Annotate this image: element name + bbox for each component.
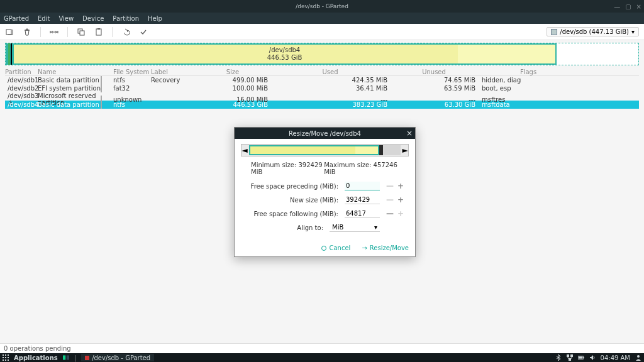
- cell-used: 36.41 MiB: [270, 85, 390, 92]
- window-minimize-button[interactable]: —: [614, 3, 620, 10]
- copy-icon[interactable]: [77, 28, 86, 36]
- menu-gparted[interactable]: GParted: [4, 15, 29, 22]
- statusbar: 0 operations pending: [0, 343, 644, 353]
- align-label: Align to:: [241, 224, 323, 231]
- cell-partition: /dev/sdb2: [5, 85, 38, 92]
- min-size-label: Minimum size: 392429 MiB: [251, 162, 324, 175]
- cell-name: Basic data partition: [38, 77, 101, 84]
- resize-move-dialog: Resize/Move /dev/sdb4 × ◄ ► Minimum size…: [234, 127, 416, 257]
- diskmap-sdb4[interactable]: /dev/sdb4 446.53 GiB: [13, 43, 557, 65]
- svg-rect-18: [569, 358, 571, 361]
- applications-menu[interactable]: Applications: [14, 354, 58, 361]
- diskmap-partition-size: 446.53 GiB: [267, 54, 303, 62]
- align-value: MiB: [332, 224, 343, 231]
- cell-size: 499.00 MiB: [195, 77, 270, 84]
- cancel-icon: [321, 246, 326, 251]
- svg-rect-12: [5, 359, 6, 361]
- slider-empty[interactable]: [383, 145, 401, 155]
- preceding-decrement[interactable]: —: [386, 182, 394, 190]
- user-menu-icon[interactable]: [635, 354, 641, 361]
- slider-right-arrow[interactable]: ►: [402, 146, 408, 155]
- menu-view[interactable]: View: [58, 15, 74, 22]
- col-filesystem[interactable]: File System: [113, 69, 151, 75]
- slider-left-arrow[interactable]: ◄: [242, 146, 248, 155]
- delete-icon[interactable]: [23, 28, 31, 36]
- svg-point-22: [637, 355, 640, 358]
- device-selector[interactable]: /dev/sdb (447.13 GiB) ▾: [547, 27, 639, 36]
- cell-used: 424.35 MiB: [270, 77, 390, 84]
- menu-partition[interactable]: Partition: [113, 15, 139, 22]
- col-size[interactable]: Size: [195, 69, 270, 75]
- cell-partition: /dev/sdb1: [5, 77, 38, 84]
- table-row[interactable]: /dev/sdb1Basic data partitionntfsRecover…: [5, 76, 639, 84]
- taskbar-task-gparted[interactable]: /dev/sdb - GParted: [81, 354, 154, 361]
- window-maximize-button[interactable]: ▢: [625, 3, 631, 10]
- chevron-down-icon: ▾: [631, 28, 635, 35]
- window-titlebar: /dev/sdb - GParted — ▢ ×: [0, 0, 644, 13]
- following-input[interactable]: 64817: [345, 209, 380, 218]
- cell-used: 383.23 GiB: [270, 101, 390, 108]
- volume-icon[interactable]: [589, 354, 596, 361]
- window-close-button[interactable]: ×: [636, 3, 641, 10]
- newsize-input[interactable]: 392429: [345, 195, 380, 204]
- disk-map[interactable]: /dev/sdb4 446.53 GiB: [5, 43, 639, 65]
- table-row[interactable]: /dev/sdb3 ⚠Microsoft reserved partitionu…: [5, 92, 639, 101]
- resize-icon[interactable]: [50, 28, 58, 36]
- svg-rect-14: [63, 355, 65, 359]
- diskmap-unallocated[interactable]: [557, 43, 638, 65]
- device-selector-label: /dev/sdb (447.13 GiB): [560, 28, 629, 35]
- workspace-switcher-icon[interactable]: [63, 354, 69, 361]
- paste-icon[interactable]: [94, 28, 103, 36]
- cell-unused: 63.59 MiB: [390, 85, 478, 92]
- apply-icon[interactable]: [139, 28, 148, 36]
- preceding-input[interactable]: 0: [345, 182, 380, 190]
- col-flags[interactable]: Flags: [478, 69, 579, 75]
- svg-rect-9: [5, 357, 6, 358]
- table-row[interactable]: /dev/sdb4Basic data partitionntfs446.53 …: [5, 101, 639, 109]
- menu-edit[interactable]: Edit: [38, 15, 50, 22]
- new-partition-icon[interactable]: [5, 28, 14, 36]
- svg-rect-4: [97, 28, 100, 30]
- cancel-button[interactable]: Cancel: [321, 244, 350, 251]
- menu-help[interactable]: Help: [148, 15, 162, 22]
- menu-device[interactable]: Device: [82, 15, 104, 22]
- resize-slider[interactable]: ◄ ►: [241, 144, 409, 156]
- svg-rect-10: [8, 357, 9, 358]
- col-name[interactable]: Name: [38, 69, 101, 75]
- following-decrement[interactable]: —: [386, 209, 394, 218]
- preceding-increment[interactable]: +: [397, 182, 404, 190]
- align-dropdown[interactable]: MiB ▾: [330, 223, 380, 232]
- undo-icon[interactable]: [121, 28, 130, 36]
- cancel-label: Cancel: [329, 244, 350, 251]
- diskmap-partition-label: /dev/sdb4: [267, 47, 303, 54]
- slider-filled[interactable]: [249, 145, 379, 155]
- cell-fs: ntfs: [113, 101, 151, 108]
- clock[interactable]: 04:49 AM: [601, 354, 630, 361]
- dialog-close-button[interactable]: ×: [406, 129, 413, 137]
- apps-grid-icon[interactable]: [3, 354, 9, 361]
- dialog-titlebar[interactable]: Resize/Move /dev/sdb4 ×: [235, 128, 415, 139]
- svg-rect-20: [583, 357, 584, 358]
- resize-move-button[interactable]: → Resize/Move: [362, 244, 409, 251]
- fs-swatch: [101, 76, 102, 84]
- col-partition[interactable]: Partition: [5, 69, 38, 75]
- dialog-title: Resize/Move /dev/sdb4: [289, 130, 361, 137]
- svg-rect-17: [570, 354, 573, 357]
- col-label[interactable]: Label: [151, 69, 195, 75]
- network-icon[interactable]: [567, 354, 573, 361]
- table-row[interactable]: /dev/sdb2EFI system partitionfat32100.00…: [5, 84, 639, 92]
- col-unused[interactable]: Unused: [390, 69, 478, 75]
- battery-icon[interactable]: [578, 354, 584, 361]
- cell-flags: hidden, diag: [478, 77, 579, 84]
- svg-rect-13: [8, 359, 9, 361]
- svg-rect-16: [567, 354, 569, 357]
- bluetooth-icon[interactable]: [555, 354, 562, 361]
- newsize-increment[interactable]: +: [397, 195, 404, 204]
- cell-unused: 74.65 MiB: [390, 77, 478, 84]
- cell-label: Recovery: [151, 77, 195, 84]
- newsize-decrement[interactable]: —: [386, 195, 394, 204]
- col-used[interactable]: Used: [270, 69, 390, 75]
- cell-size: 446.53 GiB: [195, 101, 270, 108]
- following-increment[interactable]: +: [397, 209, 404, 218]
- cell-fs: ntfs: [113, 77, 151, 84]
